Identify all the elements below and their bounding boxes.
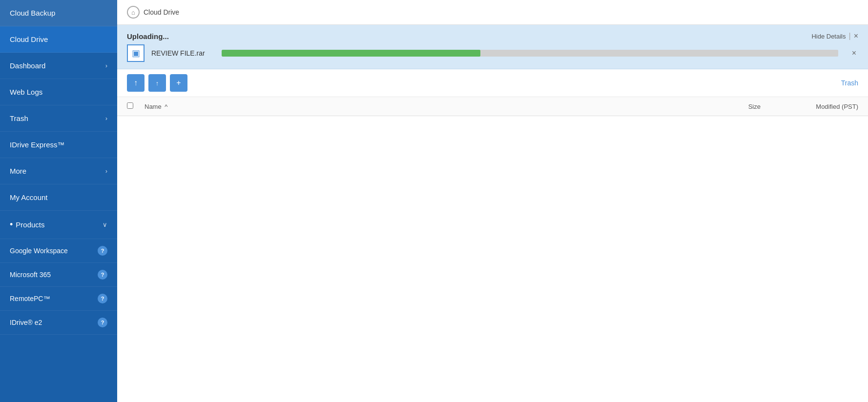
divider: | (849, 32, 851, 40)
sidebar-item-idrive-express[interactable]: IDrive Express™ (0, 132, 117, 158)
sidebar-item-label: Google Workspace (10, 247, 68, 255)
upload-title: Uploading... (127, 32, 169, 40)
sidebar-item-label: Products (16, 221, 44, 229)
sidebar-item-microsoft-365[interactable]: Microsoft 365 ? (0, 263, 117, 287)
file-icon: ▣ (127, 44, 145, 62)
sidebar-item-web-logs[interactable]: Web Logs (0, 79, 117, 105)
sidebar-item-label: Dashboard (10, 61, 45, 70)
help-badge: ? (98, 318, 107, 327)
sidebar-item-dashboard[interactable]: Dashboard › (0, 53, 117, 79)
chevron-right-icon: › (105, 167, 107, 175)
chevron-right-icon: › (105, 115, 107, 122)
col-modified-header: Modified (PST) (761, 103, 858, 110)
sidebar-item-label: IDrive Express™ (10, 141, 65, 149)
upload-banner: Uploading... Hide Details | × ▣ REVIEW F… (117, 25, 868, 69)
sidebar: Cloud Backup Cloud Drive Dashboard › Web… (0, 0, 117, 402)
select-all-checkbox[interactable] (127, 102, 133, 109)
close-upload-banner-button[interactable]: × (854, 32, 858, 40)
chevron-right-icon: › (105, 62, 107, 69)
sidebar-item-label: IDrive® e2 (10, 319, 42, 326)
progress-bar-fill (222, 50, 480, 57)
trash-link[interactable]: Trash (841, 79, 858, 87)
sidebar-item-label: RemotePC™ (10, 295, 50, 302)
col-name-header[interactable]: Name ^ (145, 103, 702, 110)
sidebar-item-label: Trash (10, 114, 28, 122)
upload-file-button[interactable]: ↑ (127, 74, 145, 92)
file-table-body (117, 116, 868, 402)
sidebar-item-label: My Account (10, 193, 48, 201)
upload-file-row: ▣ REVIEW FILE.rar × (127, 44, 858, 62)
help-badge: ? (98, 294, 107, 303)
sidebar-item-trash[interactable]: Trash › (0, 105, 117, 132)
breadcrumb-title: Cloud Drive (144, 8, 179, 16)
progress-bar (222, 50, 838, 57)
breadcrumb: ⌂ Cloud Drive (117, 0, 868, 25)
home-icon[interactable]: ⌂ (127, 6, 140, 19)
sidebar-item-remotepc[interactable]: RemotePC™ ? (0, 287, 117, 311)
cancel-upload-button[interactable]: × (850, 49, 858, 58)
sidebar-item-label: Cloud Backup (10, 9, 55, 17)
new-folder-button[interactable]: + (170, 74, 187, 92)
toolbar: ↑ ↑ + Trash (117, 69, 868, 97)
upload-file-icon: ↑ (134, 79, 138, 87)
help-badge: ? (98, 270, 107, 280)
sidebar-item-label: More (10, 167, 26, 175)
sidebar-item-cloud-drive[interactable]: Cloud Drive (0, 26, 117, 53)
toolbar-left: ↑ ↑ + (127, 74, 187, 92)
help-badge: ? (98, 246, 107, 256)
sidebar-item-idrive-e2[interactable]: IDrive® e2 ? (0, 311, 117, 335)
sidebar-item-more[interactable]: More › (0, 158, 117, 184)
sidebar-item-products[interactable]: • Products ∨ (0, 211, 117, 239)
col-size-header: Size (702, 103, 761, 110)
select-all-checkbox-wrap[interactable] (127, 102, 145, 111)
sidebar-item-label: Web Logs (10, 88, 42, 96)
file-table-header: Name ^ Size Modified (PST) (117, 97, 868, 116)
dot-icon: • (10, 220, 13, 230)
main-content: ⌂ Cloud Drive Uploading... Hide Details … (117, 0, 868, 402)
new-folder-icon: + (176, 79, 181, 87)
sidebar-item-label: Microsoft 365 (10, 271, 51, 279)
sidebar-item-my-account[interactable]: My Account (0, 184, 117, 211)
upload-filename: REVIEW FILE.rar (151, 49, 215, 57)
upload-folder-button[interactable]: ↑ (148, 74, 166, 92)
sidebar-item-label: Cloud Drive (10, 35, 48, 43)
sort-arrow-icon: ^ (165, 103, 167, 110)
chevron-down-icon: ∨ (103, 221, 107, 228)
upload-banner-actions: Hide Details | × (811, 32, 858, 40)
hide-details-button[interactable]: Hide Details (811, 33, 846, 40)
sidebar-item-cloud-backup[interactable]: Cloud Backup (0, 0, 117, 26)
sidebar-item-google-workspace[interactable]: Google Workspace ? (0, 239, 117, 263)
upload-folder-icon: ↑ (156, 80, 159, 87)
